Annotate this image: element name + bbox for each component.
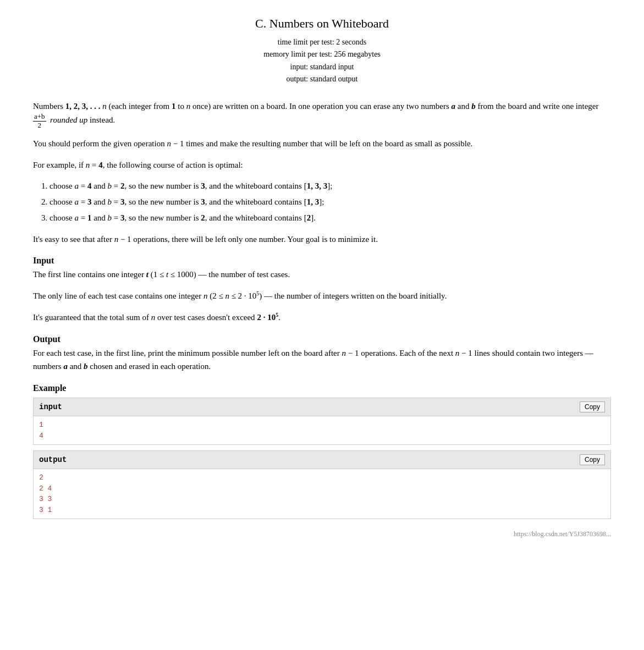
step-3: choose a = 1 and b = 3, so the new numbe… bbox=[49, 211, 611, 225]
output-copy-button[interactable]: Copy bbox=[580, 454, 605, 465]
output-description: For each test case, in the first line, p… bbox=[33, 346, 611, 374]
input-description-2: The only line of each test case contains… bbox=[33, 289, 611, 303]
input-example-label: input bbox=[39, 403, 62, 411]
output-example-data: 2 2 4 3 3 3 1 bbox=[33, 469, 611, 519]
problem-description-3: For example, if n = 4, the following cou… bbox=[33, 158, 611, 172]
meta-info: time limit per test: 2 seconds memory li… bbox=[33, 36, 611, 86]
problem-description-4: It's easy to see that after n − 1 operat… bbox=[33, 233, 611, 246]
input-copy-button[interactable]: Copy bbox=[580, 401, 605, 412]
output-heading: Output bbox=[33, 334, 611, 344]
time-limit: time limit per test: 2 seconds bbox=[33, 36, 611, 48]
input-example-content: 1 4 bbox=[39, 420, 605, 441]
url-reference: https://blog.csdn.net/Y5J38703698... bbox=[33, 530, 611, 538]
output-example-header: output Copy bbox=[33, 450, 611, 469]
output-type: output: standard output bbox=[33, 73, 611, 85]
input-type: input: standard input bbox=[33, 61, 611, 73]
input-heading: Input bbox=[33, 256, 611, 266]
output-example-content: 2 2 4 3 3 3 1 bbox=[39, 472, 605, 515]
step-2: choose a = 3 and b = 3, so the new numbe… bbox=[49, 195, 611, 209]
output-example-block: output Copy 2 2 4 3 3 3 1 bbox=[33, 450, 611, 519]
input-description-1: The first line contains one integer t (1… bbox=[33, 268, 611, 282]
memory-limit: memory limit per test: 256 megabytes bbox=[33, 48, 611, 60]
problem-description-1: Numbers 1, 2, 3, . . . n (each integer f… bbox=[33, 100, 611, 129]
problem-description-2: You should perform the given operation n… bbox=[33, 137, 611, 151]
input-example-block: input Copy 1 4 bbox=[33, 398, 611, 445]
input-example-data: 1 4 bbox=[33, 416, 611, 445]
step-1: choose a = 4 and b = 2, so the new numbe… bbox=[49, 179, 611, 193]
input-description-3: It's guaranteed that the total sum of n … bbox=[33, 311, 611, 324]
output-example-label: output bbox=[39, 455, 67, 464]
example-steps: choose a = 4 and b = 2, so the new numbe… bbox=[33, 179, 611, 224]
example-heading: Example bbox=[33, 383, 611, 393]
page-title: C. Numbers on Whiteboard bbox=[33, 16, 611, 31]
input-example-header: input Copy bbox=[33, 398, 611, 416]
